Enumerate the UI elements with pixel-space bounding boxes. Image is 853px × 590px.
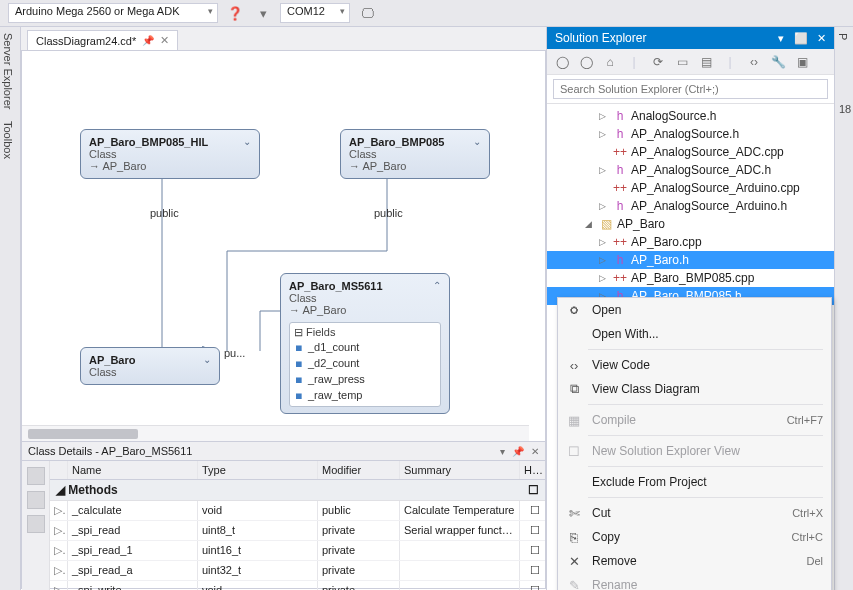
expand-arrow-icon[interactable]: ▷ — [599, 237, 609, 247]
col-summary[interactable]: Summary — [400, 461, 520, 479]
server-explorer-tab[interactable]: Server Explorer — [0, 27, 16, 115]
scrollbar-thumb[interactable] — [28, 429, 138, 439]
cell-hide[interactable]: ☐ — [520, 581, 545, 590]
chevron-up-icon[interactable]: ⌃ — [433, 280, 441, 291]
menu-item[interactable]: ⎘CopyCtrl+C — [558, 525, 831, 549]
expand-icon[interactable]: ▷ ⊕ — [50, 521, 68, 540]
tree-item[interactable]: ++AP_AnalogSource_Arduino.cpp — [547, 179, 834, 197]
chevron-down-icon[interactable]: ⌄ — [473, 136, 481, 147]
field-item[interactable]: _d2_count — [294, 355, 436, 371]
col-type[interactable]: Type — [198, 461, 318, 479]
expand-arrow-icon[interactable]: ▷ — [599, 201, 609, 211]
grid-row[interactable]: ▷ ⊕_spi_read_1uint16_tprivate☐ — [50, 541, 545, 561]
grid-row[interactable]: ▷ ⊕_calculatevoidpublicCalculate Tempera… — [50, 501, 545, 521]
expand-icon[interactable]: ▷ ⊕ — [50, 561, 68, 580]
tree-item[interactable]: ▷hAP_Baro.h — [547, 251, 834, 269]
collapse-icon[interactable]: ▭ — [673, 53, 691, 71]
home-icon[interactable]: ⌂ — [601, 53, 619, 71]
col-modifier[interactable]: Modifier — [318, 461, 400, 479]
preview-icon[interactable]: ▣ — [793, 53, 811, 71]
class-box-ap-baro[interactable]: AP_Baro⌄ Class — [80, 347, 220, 385]
connector-label: public — [374, 207, 403, 219]
cell-hide[interactable]: ☐ — [520, 521, 545, 540]
cell-hide[interactable]: ☐ — [520, 541, 545, 560]
menu-item[interactable]: ✕RemoveDel — [558, 549, 831, 573]
tree-item[interactable]: ▷++AP_Baro_BMP085.cpp — [547, 269, 834, 287]
chevron-down-icon[interactable]: ⌄ — [203, 354, 211, 365]
field-item[interactable]: _d1_count — [294, 339, 436, 355]
group-icon[interactable] — [27, 515, 45, 533]
expand-arrow-icon[interactable]: ▷ — [599, 129, 609, 139]
grid-row[interactable]: ▷ ⊕_spi_readuint8_tprivateSerial wrapper… — [50, 521, 545, 541]
tree-item[interactable]: ++AP_AnalogSource_ADC.cpp — [547, 143, 834, 161]
horizontal-scrollbar[interactable] — [22, 425, 529, 441]
tab-classdiagram[interactable]: ClassDiagram24.cd* 📌 ✕ — [27, 30, 178, 50]
grid-row[interactable]: ▷ ⊕_spi_read_auint32_tprivate☐ — [50, 561, 545, 581]
menu-item[interactable]: ⭘Open — [558, 298, 831, 322]
expand-icon[interactable]: ▷ ⊕ — [50, 501, 68, 520]
field-item[interactable]: _raw_temp — [294, 387, 436, 403]
methods-group[interactable]: ◢ Methods☐ — [50, 480, 545, 501]
class-details-grid[interactable]: Name Type Modifier Summary Hide ◢ Method… — [50, 461, 545, 590]
sort-icon[interactable] — [27, 491, 45, 509]
cell-hide[interactable]: ☐ — [520, 501, 545, 520]
tree-item[interactable]: ▷hAP_AnalogSource.h — [547, 125, 834, 143]
class-box-bmp085[interactable]: AP_Baro_BMP085⌄ Class → AP_Baro — [340, 129, 490, 179]
menu-separator — [588, 497, 823, 498]
fields-header[interactable]: ⊟ Fields — [294, 326, 436, 339]
tree-item[interactable]: ▷hAP_AnalogSource_Arduino.h — [547, 197, 834, 215]
view-code-icon[interactable]: ‹› — [745, 53, 763, 71]
tree-item[interactable]: ◢▧AP_Baro — [547, 215, 834, 233]
right-tab[interactable]: P — [835, 27, 851, 46]
solution-explorer-titlebar: Solution Explorer ▾ ⬜ ✕ — [547, 27, 834, 49]
menu-icon: ‹› — [566, 358, 582, 373]
tree-item[interactable]: ▷++AP_Baro.cpp — [547, 233, 834, 251]
toolbox-tab[interactable]: Toolbox — [0, 115, 16, 165]
refresh-icon[interactable]: ⟳ — [649, 53, 667, 71]
col-hide[interactable]: Hide — [520, 461, 545, 479]
class-box-ms5611[interactable]: AP_Baro_MS5611⌃ Class → AP_Baro ⊟ Fields… — [280, 273, 450, 414]
menu-item: ✎Rename — [558, 573, 831, 590]
expand-arrow-icon[interactable]: ▷ — [599, 273, 609, 283]
back-icon[interactable]: ◯ — [553, 53, 571, 71]
forward-icon[interactable]: ◯ — [577, 53, 595, 71]
expand-arrow-icon[interactable]: ▷ — [599, 255, 609, 265]
menu-item[interactable]: ⧉View Class Diagram — [558, 377, 831, 401]
class-name: AP_Baro — [89, 354, 135, 366]
tree-item[interactable]: ▷hAP_AnalogSource_ADC.h — [547, 161, 834, 179]
expand-icon[interactable]: ▷ ⊕ — [50, 581, 68, 590]
dropdown-icon[interactable]: ▾ — [500, 446, 505, 457]
search-input[interactable] — [553, 79, 828, 99]
port-dropdown[interactable]: COM12 — [280, 3, 350, 23]
menu-icon: ✄ — [566, 506, 582, 521]
chevron-down-icon[interactable]: ⌄ — [243, 136, 251, 147]
tree-item[interactable]: ▷hAnalogSource.h — [547, 107, 834, 125]
expand-icon[interactable]: ▷ ⊕ — [50, 541, 68, 560]
help-icon[interactable]: ❓ — [224, 2, 246, 24]
class-diagram-canvas[interactable]: AP_Baro_BMP085_HIL⌄ Class → AP_Baro AP_B… — [21, 50, 546, 442]
cell-hide[interactable]: ☐ — [520, 561, 545, 580]
pin-icon[interactable]: 📌 — [142, 35, 154, 46]
board-dropdown[interactable]: Arduino Mega 2560 or Mega ADK — [8, 3, 218, 23]
filter-icon[interactable] — [27, 467, 45, 485]
menu-item[interactable]: Exclude From Project — [558, 470, 831, 494]
dropdown-icon[interactable]: ▾ — [778, 32, 784, 44]
properties-icon[interactable]: 🔧 — [769, 53, 787, 71]
expand-arrow-icon[interactable]: ▷ — [599, 111, 609, 121]
serial-monitor-icon[interactable]: 🖵 — [356, 2, 378, 24]
grid-row[interactable]: ▷ ⊕_spi_writevoidprivate☐ — [50, 581, 545, 590]
menu-item[interactable]: Open With... — [558, 322, 831, 346]
close-icon[interactable]: ✕ — [531, 446, 539, 457]
pin-icon[interactable]: 📌 — [512, 446, 524, 457]
pin-icon[interactable]: ⬜ — [794, 32, 808, 44]
close-icon[interactable]: ✕ — [160, 34, 169, 47]
expand-arrow-icon[interactable]: ◢ — [585, 219, 595, 229]
show-all-icon[interactable]: ▤ — [697, 53, 715, 71]
class-box-bmp085-hil[interactable]: AP_Baro_BMP085_HIL⌄ Class → AP_Baro — [80, 129, 260, 179]
expand-arrow-icon[interactable]: ▷ — [599, 165, 609, 175]
field-item[interactable]: _raw_press — [294, 371, 436, 387]
menu-item[interactable]: ‹›View Code — [558, 353, 831, 377]
menu-item[interactable]: ✄CutCtrl+X — [558, 501, 831, 525]
close-icon[interactable]: ✕ — [817, 32, 826, 44]
col-name[interactable]: Name — [68, 461, 198, 479]
